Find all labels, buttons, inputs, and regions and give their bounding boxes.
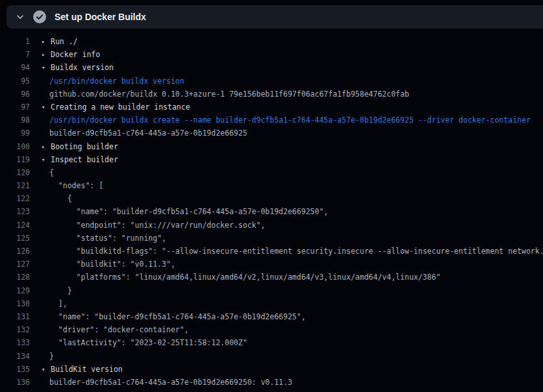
log-text: "driver": "docker-container", xyxy=(49,323,189,336)
log-line: 128 "platforms": "linux/amd64,linux/amd6… xyxy=(0,271,543,284)
line-number[interactable]: 120 xyxy=(0,166,30,179)
log-text: { xyxy=(49,192,72,205)
line-number[interactable]: 122 xyxy=(0,192,30,205)
line-number[interactable]: 96 xyxy=(0,88,30,101)
log-text: ], xyxy=(49,297,68,310)
log-line: 99builder-d9cfb5a1-c764-445a-a57e-0b19d2… xyxy=(0,127,543,140)
line-number[interactable]: 121 xyxy=(0,179,30,192)
line-number[interactable]: 124 xyxy=(0,219,30,232)
log-text: "status": "running", xyxy=(49,232,166,245)
log-text: "buildkitd-flags": "--allow-insecure-ent… xyxy=(49,245,543,258)
chevron-down-icon[interactable]: ▾ xyxy=(42,153,48,166)
line-number[interactable]: 7 xyxy=(0,48,30,61)
check-circle-icon xyxy=(33,10,46,23)
log-group-row[interactable]: 97▾Creating a new builder instance xyxy=(0,101,543,114)
group-title: Creating a new builder instance xyxy=(51,101,190,114)
line-number[interactable]: 133 xyxy=(0,336,30,349)
log-line: 134} xyxy=(0,350,543,363)
log-text: /usr/bin/docker buildx version xyxy=(49,75,184,88)
group-title: Docker info xyxy=(51,48,100,61)
log-line: 124 "endpoint": "unix:///var/run/docker.… xyxy=(0,219,543,232)
log-line: 120{ xyxy=(0,166,543,179)
chevron-right-icon[interactable]: ▸ xyxy=(42,35,48,48)
log-text: "buildkit": "v0.11.3", xyxy=(49,258,175,271)
chevron-down-icon[interactable] xyxy=(16,12,25,21)
line-number[interactable]: 123 xyxy=(0,205,30,218)
group-title: Booting builder xyxy=(51,140,118,153)
log-text: "platforms": "linux/amd64,linux/amd64/v2… xyxy=(49,271,440,284)
log-line: 123 "name": "builder-d9cfb5a1-c764-445a-… xyxy=(0,205,543,218)
chevron-down-icon[interactable]: ▾ xyxy=(42,363,48,376)
log-line: 121 "nodes": [ xyxy=(0,179,543,192)
group-title: Buildx version xyxy=(51,61,114,74)
log-text: builder-d9cfb5a1-c764-445a-a57e-0b19d2e6… xyxy=(49,376,292,389)
log-group-row[interactable]: 100▸Booting builder xyxy=(0,140,543,153)
log-text: github.com/docker/buildx 0.10.3+azure-1 … xyxy=(49,88,409,101)
line-number[interactable]: 125 xyxy=(0,232,30,245)
log-line: 133 "lastActivity": "2023-02-25T11:58:12… xyxy=(0,336,543,349)
chevron-right-icon[interactable]: ▸ xyxy=(42,140,48,153)
log-line: 132 "driver": "docker-container", xyxy=(0,323,543,336)
log-line: 131 "name": "builder-d9cfb5a1-c764-445a-… xyxy=(0,310,543,323)
log-text: "name": "builder-d9cfb5a1-c764-445a-a57e… xyxy=(49,310,306,323)
line-number[interactable]: 94 xyxy=(0,61,30,74)
line-number[interactable]: 135 xyxy=(0,363,30,376)
log-line: 122 { xyxy=(0,192,543,205)
line-number[interactable]: 1 xyxy=(0,35,30,48)
line-number[interactable]: 131 xyxy=(0,310,30,323)
log-line: 127 "buildkit": "v0.11.3", xyxy=(0,258,543,271)
line-number[interactable]: 99 xyxy=(0,127,30,140)
line-number[interactable]: 130 xyxy=(0,297,30,310)
line-number[interactable]: 95 xyxy=(0,75,30,88)
log-text: /usr/bin/docker buildx create --name bui… xyxy=(49,114,531,127)
log-text: { xyxy=(49,166,54,179)
log-line: 126 "buildkitd-flags": "--allow-insecure… xyxy=(0,245,543,258)
log-text: builder-d9cfb5a1-c764-445a-a57e-0b19d2e6… xyxy=(49,127,247,140)
log-group-row[interactable]: 135▾BuildKit version xyxy=(0,363,543,376)
chevron-down-icon[interactable]: ▾ xyxy=(42,101,48,114)
line-number[interactable]: 119 xyxy=(0,153,30,166)
log-line: 125 "status": "running", xyxy=(0,232,543,245)
line-number[interactable]: 97 xyxy=(0,101,30,114)
group-title: Run ./ xyxy=(51,35,78,48)
log-text: "endpoint": "unix:///var/run/docker.sock… xyxy=(49,219,265,232)
log-group-row[interactable]: 1▸Run ./ xyxy=(0,35,543,48)
line-number[interactable]: 129 xyxy=(0,284,30,297)
log-text: "nodes": [ xyxy=(49,179,103,192)
step-title: Set up Docker Buildx xyxy=(55,12,146,22)
group-title: BuildKit version xyxy=(51,363,123,376)
log-line: 130 ], xyxy=(0,297,543,310)
line-number[interactable]: 136 xyxy=(0,376,30,389)
group-title: Inspect builder xyxy=(51,153,118,166)
log-group-row[interactable]: 119▾Inspect builder xyxy=(0,153,543,166)
chevron-down-icon[interactable]: ▾ xyxy=(42,61,48,74)
log-group-row[interactable]: 94▾Buildx version xyxy=(0,61,543,74)
line-number[interactable]: 98 xyxy=(0,114,30,127)
line-number[interactable]: 128 xyxy=(0,271,30,284)
log-line: 129 } xyxy=(0,284,543,297)
step-header[interactable]: Set up Docker Buildx xyxy=(6,5,543,29)
log-line: 95/usr/bin/docker buildx version xyxy=(0,75,543,88)
log-text: "name": "builder-d9cfb5a1-c764-445a-a57e… xyxy=(49,205,328,218)
line-number[interactable]: 126 xyxy=(0,245,30,258)
log-group-row[interactable]: 7▸Docker info xyxy=(0,48,543,61)
log-line: 96github.com/docker/buildx 0.10.3+azure-… xyxy=(0,88,543,101)
line-number[interactable]: 127 xyxy=(0,258,30,271)
line-number[interactable]: 100 xyxy=(0,140,30,153)
line-number[interactable]: 134 xyxy=(0,350,30,363)
log-viewer: 1▸Run ./7▸Docker info94▾Buildx version95… xyxy=(0,35,543,389)
log-text: } xyxy=(49,350,54,363)
log-line: 136builder-d9cfb5a1-c764-445a-a57e-0b19d… xyxy=(0,376,543,389)
log-text: } xyxy=(49,284,72,297)
line-number[interactable]: 132 xyxy=(0,323,30,336)
log-text: "lastActivity": "2023-02-25T11:58:12.000… xyxy=(49,336,247,349)
log-line: 98/usr/bin/docker buildx create --name b… xyxy=(0,114,543,127)
chevron-right-icon[interactable]: ▸ xyxy=(42,48,48,61)
